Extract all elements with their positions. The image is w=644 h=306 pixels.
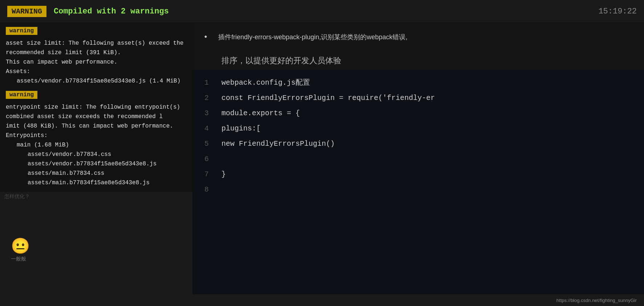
warning2-line1: entrypoint size limit: The following ent…	[6, 102, 188, 121]
warning-bar-top: WARNING Compiled with 2 warnings 15:19:2…	[0, 0, 644, 23]
code-content[interactable]: webpack.config.js配置 const FriendlyErrors…	[214, 70, 644, 306]
code-line-4: plugins:[	[221, 121, 637, 136]
timestamp: 15:19:22	[598, 7, 637, 16]
warning1-badge: warning	[6, 27, 37, 35]
line-num-7: 7	[192, 167, 209, 182]
line-num-3: 3	[192, 106, 209, 121]
code-line-5: new FriendlyErrorsPlugin()	[221, 136, 637, 152]
warning-title: Compiled with 2 warnings	[54, 7, 598, 16]
avatar-emoji: 😐	[11, 237, 30, 256]
right-header-text: 插件friendly-errors-webpack-plugin,识别某些类别的…	[218, 33, 407, 41]
warning2-line5: assets/vendor.b77834.css	[6, 150, 188, 159]
right-subheader-text: 排序，以提供更好的开发人员体验	[221, 55, 341, 66]
code-line-7: }	[221, 167, 637, 182]
line-num-6: 6	[192, 152, 209, 167]
right-subheader-panel: 排序，以提供更好的开发人员体验	[192, 52, 644, 70]
warning-badge-top: WARNING	[7, 6, 46, 17]
warning1-line3: Assets:	[6, 67, 188, 76]
warning2-line3: Entrypoints:	[6, 131, 188, 140]
warning2-line4: main (1.68 MiB)	[6, 140, 188, 150]
warning1-badge-container: warning	[6, 27, 188, 39]
warning-content-panel: warning asset size limit: The following …	[0, 23, 194, 192]
code-line-1: webpack.config.js配置	[221, 75, 637, 90]
warning2-line2: imit (488 KiB). This can impact web perf…	[6, 121, 188, 131]
warning2-line7: assets/main.b77834.css	[6, 169, 188, 178]
avatar-label: 一般般	[11, 256, 26, 262]
status-url: https://blog.csdn.net/fighting_sunnyGir	[557, 298, 637, 303]
blog-dim-line-5: 怎样优化？	[4, 193, 188, 200]
avatar-area: 😐 一般般	[11, 237, 30, 262]
code-line-8	[221, 182, 637, 197]
warning1-line1: asset size limit: The following asset(s)…	[6, 39, 188, 57]
warning2-line6: assets/vendor.b77834f15ae8e5d343e8.js	[6, 159, 188, 169]
code-line-2: const FriendlyErrorsPlugin = require('fr…	[221, 90, 637, 106]
warning2-badge-container: warning	[6, 91, 188, 102]
line-num-1: 1	[192, 75, 209, 90]
bullet-icon: •	[203, 33, 208, 42]
line-numbers: 1 2 3 4 5 6 7 8	[192, 70, 214, 306]
warning1-line2: This can impact web performance.	[6, 57, 188, 67]
code-editor-panel: 1 2 3 4 5 6 7 8 webpack.config.js配置 cons…	[192, 70, 644, 306]
line-num-2: 2	[192, 90, 209, 106]
code-line-6	[221, 152, 637, 167]
line-num-8: 8	[192, 182, 209, 197]
warning2-line8: assets/main.b77834f15ae8e5d343e8.js	[6, 178, 188, 188]
status-bar: https://blog.csdn.net/fighting_sunnyGir	[0, 294, 644, 306]
warning1-line4: assets/vendor.b77834f15ae8e5d343e8.js (1…	[6, 76, 188, 86]
code-line-3: module.exports = {	[221, 106, 637, 121]
right-header-panel: • 插件friendly-errors-webpack-plugin,识别某些类…	[192, 23, 644, 52]
warning2-badge: warning	[6, 91, 37, 99]
line-num-5: 5	[192, 136, 209, 152]
line-num-4: 4	[192, 121, 209, 136]
